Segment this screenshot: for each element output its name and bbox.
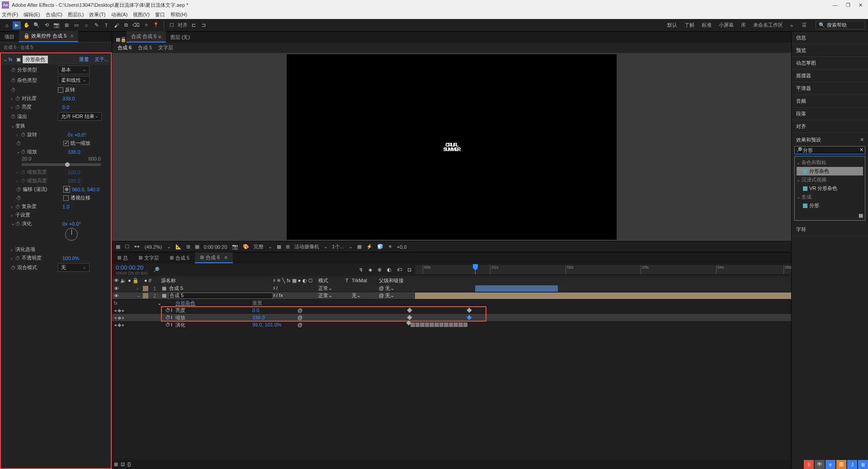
layer-name-input[interactable] bbox=[168, 293, 273, 299]
exposure-value[interactable]: +0.0 bbox=[397, 244, 407, 250]
transparency-icon[interactable]: ⊞ bbox=[286, 244, 290, 250]
view-layout-icon[interactable]: ▦ bbox=[277, 244, 281, 250]
new-bin-icon[interactable]: ▦ bbox=[859, 213, 863, 218]
preset-fractal[interactable]: 分形 bbox=[797, 201, 863, 210]
alpha-icon[interactable]: ▦ bbox=[116, 244, 120, 250]
tl-icon-1[interactable]: ↯ bbox=[359, 267, 363, 273]
reset-button[interactable]: 重量 bbox=[79, 56, 89, 63]
kf-prev-icon[interactable]: ◂ bbox=[114, 315, 117, 321]
channel-icon[interactable]: ▦ bbox=[195, 244, 199, 250]
timecode[interactable]: 0:00:00:20 bbox=[204, 244, 227, 250]
tl-toggle-modes-icon[interactable]: ⊡ bbox=[121, 461, 125, 467]
breadcrumb-comp5[interactable]: 合成 5 bbox=[138, 44, 152, 51]
tl-icon-6[interactable]: ⊡ bbox=[407, 267, 411, 273]
expand-icon[interactable]: › bbox=[137, 286, 142, 291]
expand-icon[interactable]: › bbox=[11, 213, 15, 218]
expand-icon[interactable]: ⌄ bbox=[16, 149, 21, 155]
pickwhip-icon[interactable]: @ bbox=[297, 322, 302, 327]
puppet-tool-icon[interactable]: 📍 bbox=[152, 21, 160, 29]
resolution-icon[interactable]: ⌄ bbox=[167, 244, 171, 250]
camera-dropdown[interactable]: 活动摄像机 bbox=[294, 243, 319, 250]
parent-dropdown[interactable]: 无⌄ bbox=[385, 293, 394, 298]
quality-dropdown[interactable]: 完整 bbox=[254, 243, 264, 250]
pen-tool-icon[interactable]: ✎ bbox=[92, 21, 100, 29]
home-icon[interactable]: ⌂ bbox=[3, 21, 11, 29]
keyframe-icon[interactable] bbox=[407, 308, 412, 313]
speaker-col-icon[interactable]: 🔈 bbox=[120, 278, 127, 284]
fx-icon[interactable]: fx bbox=[114, 300, 118, 306]
selection-tool-icon[interactable]: ▶ bbox=[13, 21, 21, 29]
clone-tool-icon[interactable]: ⧉ bbox=[122, 21, 130, 29]
comp-nav-icon[interactable]: ▦ bbox=[116, 37, 120, 43]
orbit-tool-icon[interactable]: ⟲ bbox=[42, 21, 51, 29]
rectangle-tool-icon[interactable]: ▭ bbox=[72, 21, 80, 29]
tl-scale-value[interactable]: 338.0 bbox=[252, 315, 297, 320]
fractal-type-dropdown[interactable]: 基本⌄ bbox=[58, 66, 90, 74]
camera-tool-icon[interactable]: 📷 bbox=[52, 21, 61, 29]
expand-icon[interactable]: › bbox=[16, 132, 21, 137]
rotation-value[interactable]: 0x +0.0° bbox=[68, 132, 86, 137]
ruler-icon[interactable]: 📐 bbox=[175, 244, 182, 250]
panel-paragraph[interactable]: 段落 bbox=[792, 108, 868, 120]
stopwatch-icon[interactable]: ⏱ bbox=[15, 204, 22, 209]
graph-icon[interactable]: ⌇ bbox=[170, 308, 173, 313]
blend-dropdown[interactable]: 无⌄ bbox=[58, 263, 90, 272]
menu-file[interactable]: 文件(F) bbox=[2, 11, 18, 18]
expand-icon[interactable]: ⌄ bbox=[137, 293, 142, 298]
snap-icon[interactable]: ☐ bbox=[168, 21, 176, 29]
tl-icon-5[interactable]: 🏷 bbox=[397, 267, 402, 272]
workspace-standard[interactable]: 标准 bbox=[702, 22, 712, 28]
workspace-library[interactable]: 库 bbox=[741, 22, 746, 28]
about-button[interactable]: 关于... bbox=[94, 56, 108, 63]
stopwatch-icon[interactable]: ⏱ bbox=[11, 114, 17, 119]
eye-icon[interactable]: 👁 bbox=[114, 286, 119, 291]
stopwatch-icon[interactable]: ⏱ bbox=[165, 308, 170, 313]
perspective-checkbox[interactable] bbox=[63, 195, 69, 201]
tab-menu-icon[interactable]: ≡ bbox=[158, 34, 161, 39]
preset-search-input[interactable] bbox=[794, 146, 865, 154]
layer-color-swatch[interactable] bbox=[143, 293, 148, 298]
tl-tab-comp5[interactable]: 合成 5 bbox=[165, 252, 195, 263]
minimize-button[interactable]: — bbox=[833, 2, 838, 8]
3d-icon[interactable]: 🧊 bbox=[377, 244, 383, 250]
stopwatch-icon[interactable]: ⏱ bbox=[15, 96, 22, 101]
glasses-icon[interactable]: 👓 bbox=[134, 244, 140, 250]
snap-opt1-icon[interactable]: ⊏ bbox=[189, 21, 198, 29]
eye-col-icon[interactable]: 👁 bbox=[114, 278, 119, 284]
kf-prev-icon[interactable]: ◂ bbox=[114, 308, 117, 313]
keyframe-icon[interactable] bbox=[407, 315, 412, 320]
expand-icon[interactable]: › bbox=[11, 96, 15, 101]
eraser-tool-icon[interactable]: ⌫ bbox=[132, 21, 140, 29]
fast-preview-icon[interactable]: ⚡ bbox=[366, 244, 373, 250]
ellipse-tool-icon[interactable]: ○ bbox=[82, 21, 90, 29]
fx-toggle-icon[interactable]: ⌄ fx bbox=[3, 57, 13, 62]
grid-icon[interactable]: ⊞ bbox=[186, 244, 190, 250]
layer-color-swatch[interactable] bbox=[143, 286, 148, 291]
lock-icon[interactable]: 🔒 bbox=[120, 37, 127, 43]
tl-evolution-value[interactable]: 99.0, 101.0% bbox=[252, 322, 297, 327]
kf-next-icon[interactable]: ▸ bbox=[122, 315, 125, 321]
panel-audio[interactable]: 音频 bbox=[792, 95, 868, 108]
comp-tab-active[interactable]: 合成 合成 6 ≡ bbox=[127, 31, 166, 43]
prop-row-brightness[interactable]: ◂◆▸ ⏱ ⌇ 亮度 0.0 @ bbox=[112, 307, 791, 314]
timeline-ruler[interactable]: 00s 01s 02s 03s 04s 05s bbox=[415, 265, 791, 274]
mode-dropdown[interactable]: 正常⌄ bbox=[318, 285, 332, 291]
stopwatch-icon[interactable]: ⏱ bbox=[11, 265, 17, 270]
layer-row[interactable]: 👁 ⌄ 2 ▦ ♯ / fx 正常⌄ 无⌄ @ 无⌄ bbox=[112, 292, 791, 299]
tl-brackets-icon[interactable]: {} bbox=[127, 461, 131, 467]
tl-tab-render[interactable]: 总 bbox=[112, 252, 133, 263]
offset-value[interactable]: 960.0, 540.0 bbox=[72, 187, 99, 192]
stopwatch-icon[interactable]: ⏱ bbox=[11, 78, 17, 83]
tl-brightness-value[interactable]: 0.0 bbox=[252, 308, 297, 313]
workspace-learn[interactable]: 了解 bbox=[684, 22, 694, 28]
mode-dropdown[interactable]: 正常⌄ bbox=[318, 293, 332, 298]
close-button[interactable]: ✕ bbox=[859, 2, 863, 8]
timeline-search[interactable]: 🔎 bbox=[153, 267, 160, 273]
parent-dropdown[interactable]: 无⌄ bbox=[385, 285, 394, 291]
panel-character[interactable]: 字符 bbox=[792, 223, 868, 236]
stopwatch-icon[interactable]: ⏱ bbox=[15, 256, 22, 261]
menu-layer[interactable]: 图层(L) bbox=[68, 11, 84, 18]
breadcrumb-textlayer[interactable]: 文字层 bbox=[158, 44, 173, 51]
text-tool-icon[interactable]: T bbox=[102, 21, 110, 29]
keyframe-icon[interactable] bbox=[467, 308, 472, 313]
